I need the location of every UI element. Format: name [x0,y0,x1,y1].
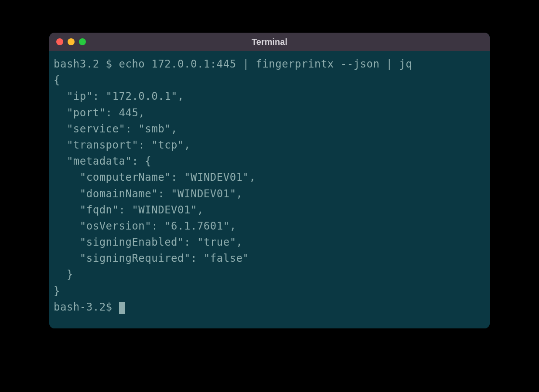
close-icon[interactable] [56,38,63,45]
terminal-line: "ip": "172.0.0.1", [54,90,184,102]
terminal-line: } [54,285,60,297]
terminal-line: "transport": "tcp", [54,139,191,151]
terminal-line: "signingRequired": "false" [54,252,249,264]
terminal-line: bash3.2 $ echo 172.0.0.1:445 | fingerpri… [54,58,412,70]
minimize-icon[interactable] [68,38,75,45]
window-title: Terminal [252,37,287,47]
terminal-line: "osVersion": "6.1.7601", [54,220,236,232]
terminal-window: Terminal bash3.2 $ echo 172.0.0.1:445 | … [49,33,490,328]
maximize-icon[interactable] [79,38,86,45]
terminal-line: "domainName": "WINDEV01", [54,188,243,200]
terminal-line: "service": "smb", [54,123,177,135]
titlebar: Terminal [49,33,490,51]
terminal-prompt: bash-3.2$ [54,301,119,313]
terminal-body[interactable]: bash3.2 $ echo 172.0.0.1:445 | fingerpri… [49,51,490,328]
terminal-line: "port": 445, [54,107,145,119]
terminal-line: "signingEnabled": "true", [54,236,243,248]
terminal-line: "fqdn": "WINDEV01", [54,204,204,216]
terminal-line: "computerName": "WINDEV01", [54,171,256,183]
cursor-icon [119,302,125,314]
terminal-line: "metadata": { [54,155,151,167]
traffic-lights [56,38,86,45]
terminal-line: { [54,74,60,86]
terminal-line: } [54,268,73,280]
